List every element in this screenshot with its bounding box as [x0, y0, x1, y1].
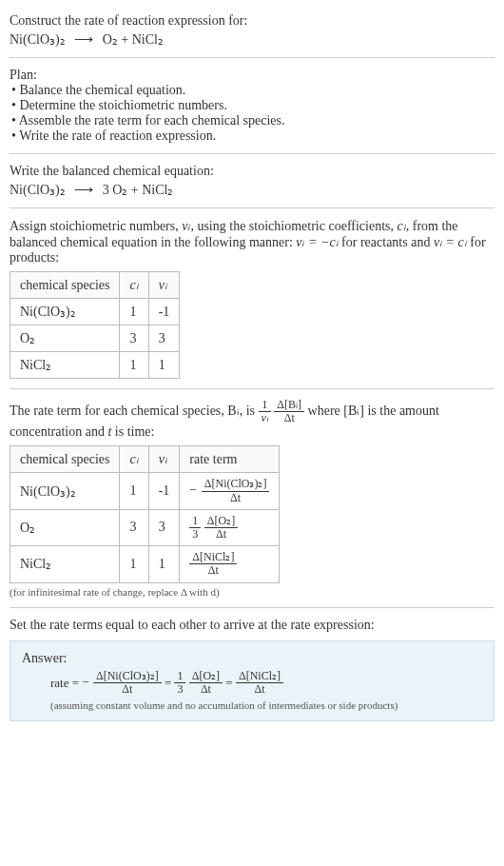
text: Assign stoichiometric numbers, [10, 219, 182, 233]
arrow-icon: ⟶ [74, 183, 93, 197]
denominator: 3 [189, 528, 201, 541]
answer-box: Answer: rate = − Δ[Ni(ClO₃)₂] Δt = 1 3 Δ… [10, 640, 494, 721]
col-v: νᵢ [148, 446, 180, 473]
numerator: Δ[Ni(ClO₃)₂] [202, 478, 270, 491]
table-row: NiCl₂ 1 1 [10, 352, 180, 379]
denominator: Δt [189, 564, 237, 577]
denominator: Δt [93, 683, 162, 696]
rule: νᵢ = cᵢ [434, 235, 467, 249]
text: for reactants and [339, 235, 434, 249]
stoich-description: Assign stoichiometric numbers, νᵢ, using… [10, 218, 494, 266]
denominator: Δt [204, 528, 238, 541]
answer-note: (assuming constant volume and no accumul… [22, 699, 482, 711]
cell-species: NiCl₂ [10, 546, 120, 582]
text: where [308, 403, 344, 418]
var-c: cᵢ [129, 452, 138, 466]
fraction: 1 3 [189, 515, 201, 541]
cell-c: 1 [120, 473, 148, 509]
cell-c: 1 [120, 299, 148, 325]
reactant: Ni(ClO₃)₂ [10, 183, 66, 197]
cell-v: 3 [148, 509, 180, 545]
plan-list: Balance the chemical equation. Determine… [10, 83, 494, 144]
table-row: Ni(ClO₃)₂ 1 -1 − Δ[Ni(ClO₃)₂] Δt [10, 473, 280, 509]
table-row: O₂ 3 3 [10, 325, 180, 352]
rate-word: rate [50, 675, 68, 689]
plan-item: Assemble the rate term for each chemical… [11, 113, 494, 128]
cell-species: NiCl₂ [10, 352, 120, 379]
cell-c: 3 [120, 325, 148, 352]
equals-sign: = [72, 675, 79, 689]
products: 3 O₂ + NiCl₂ [103, 183, 174, 197]
denominator: Δt [189, 683, 223, 696]
col-species: chemical species [10, 272, 120, 299]
fraction: Δ[Ni(ClO₃)₂] Δt [202, 478, 270, 503]
col-c: cᵢ [120, 272, 148, 299]
col-v: νᵢ [148, 272, 180, 299]
balance-title: Write the balanced chemical equation: [10, 164, 494, 179]
cell-rate: − Δ[Ni(ClO₃)₂] Δt [180, 473, 280, 509]
cell-c: 3 [120, 509, 148, 545]
rateterm-description: The rate term for each chemical species,… [10, 399, 494, 440]
numerator: Δ[O₂] [204, 515, 238, 528]
cell-species: Ni(ClO₃)₂ [10, 299, 120, 325]
denominator: 3 [174, 683, 185, 696]
denominator: νᵢ [262, 411, 268, 424]
final-section: Set the rate terms equal to each other t… [10, 612, 494, 727]
cell-species: Ni(ClO₃)₂ [10, 473, 120, 509]
cell-rate: Δ[NiCl₂] Δt [180, 546, 280, 582]
divider [10, 207, 494, 208]
fraction-one-over-nu: 1 νᵢ [259, 399, 271, 424]
fraction: Δ[Ni(ClO₃)₂] Δt [93, 670, 162, 696]
fraction: Δ[O₂] Δt [189, 670, 223, 696]
plan-item: Write the rate of reaction expression. [11, 128, 494, 144]
cell-v: -1 [148, 473, 180, 509]
var-c: cᵢ [129, 278, 138, 292]
cell-v: -1 [148, 299, 180, 325]
cell-v: 3 [148, 325, 180, 352]
table-row: Ni(ClO₃)₂ 1 -1 [10, 299, 180, 325]
divider [10, 388, 494, 389]
answer-label: Answer: [22, 651, 482, 666]
minus-sign: − [189, 482, 197, 497]
cell-species: O₂ [10, 509, 120, 545]
rateterm-table: chemical species cᵢ νᵢ rate term Ni(ClO₃… [10, 445, 280, 582]
numerator: Δ[NiCl₂] [236, 670, 283, 683]
var-nu: νᵢ [159, 452, 167, 466]
col-rate: rate term [180, 446, 280, 473]
col-c: cᵢ [120, 446, 148, 473]
numerator: Δ[Bᵢ] [274, 399, 304, 412]
plan-title: Plan: [10, 68, 494, 83]
table-header-row: chemical species cᵢ νᵢ [10, 272, 180, 299]
divider [10, 57, 494, 58]
cell-c: 1 [120, 352, 148, 379]
text: , is [240, 403, 259, 418]
fraction: Δ[NiCl₂] Δt [189, 551, 237, 577]
table-header-row: chemical species cᵢ νᵢ rate term [10, 446, 280, 473]
plan-item: Balance the chemical equation. [11, 83, 494, 98]
final-title: Set the rate terms equal to each other t… [10, 618, 494, 633]
plan-section: Plan: Balance the chemical equation. Det… [10, 62, 494, 149]
prompt-section: Construct the rate of reaction expressio… [10, 8, 494, 53]
divider [10, 607, 494, 608]
text: is time: [111, 424, 154, 439]
prompt-equation: Ni(ClO₃)₂ ⟶ O₂ + NiCl₂ [10, 31, 494, 48]
var-c: cᵢ [397, 219, 406, 233]
equals-sign: = [165, 675, 171, 689]
var-nu: νᵢ [159, 278, 167, 292]
var-B: Bᵢ [227, 403, 239, 418]
fraction: 1 3 [174, 670, 185, 696]
fraction: Δ[O₂] Δt [204, 515, 238, 541]
equals-sign: = [225, 675, 232, 689]
balance-section: Write the balanced chemical equation: Ni… [10, 158, 494, 204]
prompt-title: Construct the rate of reaction expressio… [10, 13, 494, 29]
table-row: O₂ 3 3 1 3 Δ[O₂] Δt [10, 509, 280, 545]
denominator: Δt [236, 683, 283, 696]
balanced-equation: Ni(ClO₃)₂ ⟶ 3 O₂ + NiCl₂ [10, 182, 494, 198]
text: , using the stoichiometric coefficients, [190, 219, 397, 233]
numerator: Δ[Ni(ClO₃)₂] [93, 670, 162, 683]
plan-item: Determine the stoichiometric numbers. [11, 98, 494, 113]
rule: νᵢ = −cᵢ [296, 235, 338, 249]
fraction-dB-dt: Δ[Bᵢ] Δt [274, 399, 304, 424]
col-species: chemical species [10, 446, 120, 473]
numerator: Δ[NiCl₂] [189, 551, 237, 564]
